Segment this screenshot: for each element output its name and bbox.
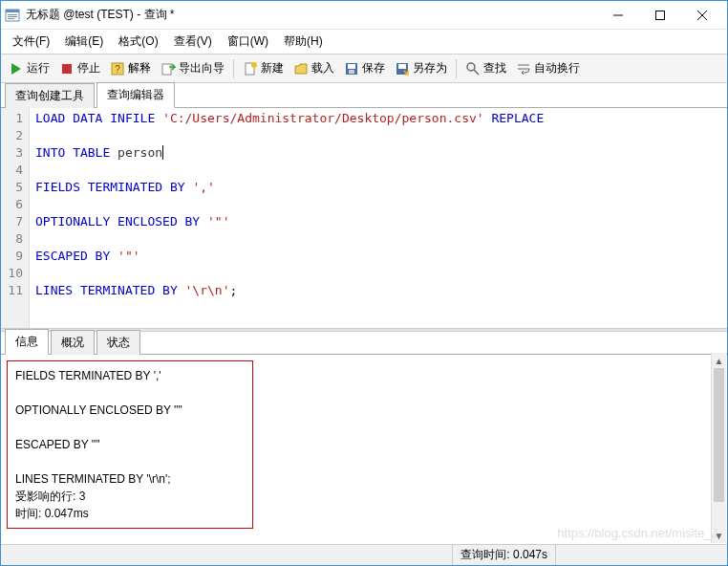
scroll-down-icon[interactable]: ▼ bbox=[712, 528, 726, 543]
wrap-label: 自动换行 bbox=[534, 60, 580, 76]
msg-time: 时间: 0.047ms bbox=[15, 505, 245, 522]
window-title: 无标题 @test (TEST) - 查询 * bbox=[26, 7, 597, 23]
svg-rect-13 bbox=[162, 64, 171, 75]
stop-button[interactable]: 停止 bbox=[55, 57, 104, 79]
lower-panel: 信息 概况 状态 FIELDS TERMINATED BY ',' OPTION… bbox=[1, 332, 727, 544]
minimize-button[interactable] bbox=[597, 2, 639, 29]
tab-query-builder[interactable]: 查询创建工具 bbox=[5, 83, 95, 108]
app-icon bbox=[5, 8, 20, 23]
run-label: 运行 bbox=[27, 60, 50, 76]
run-button[interactable]: 运行 bbox=[5, 57, 54, 79]
message-area[interactable]: FIELDS TERMINATED BY ',' OPTIONALLY ENCL… bbox=[1, 355, 727, 544]
svg-marker-9 bbox=[11, 63, 21, 75]
status-query-time: 查询时间: 0.047s bbox=[452, 545, 555, 565]
explain-label: 解释 bbox=[128, 60, 151, 76]
save-as-icon bbox=[395, 61, 410, 76]
vertical-scrollbar[interactable]: ▲ ▼ bbox=[711, 353, 726, 543]
editor-tabs: 查询创建工具 查询编辑器 bbox=[1, 83, 727, 108]
explain-icon: ? bbox=[110, 61, 125, 76]
export-label: 导出向导 bbox=[179, 60, 225, 76]
text-cursor bbox=[162, 145, 163, 160]
toolbar: 运行 停止 ?解释 导出向导 新建 载入 保存 另存为 查找 自动换行 bbox=[1, 54, 727, 83]
svg-rect-1 bbox=[6, 10, 19, 12]
svg-point-21 bbox=[467, 63, 475, 71]
stop-label: 停止 bbox=[77, 60, 100, 76]
save-as-label: 另存为 bbox=[413, 60, 447, 76]
save-button[interactable]: 保存 bbox=[340, 57, 389, 79]
tab-info[interactable]: 信息 bbox=[5, 329, 49, 355]
line-gutter: 1 2 3 4 5 6 7 8 9 10 11 bbox=[1, 108, 30, 328]
play-icon bbox=[9, 61, 24, 76]
svg-rect-3 bbox=[8, 16, 17, 17]
explain-button[interactable]: ?解释 bbox=[106, 57, 155, 79]
save-label: 保存 bbox=[362, 60, 385, 76]
new-label: 新建 bbox=[261, 60, 284, 76]
tab-query-editor[interactable]: 查询编辑器 bbox=[96, 82, 175, 108]
menu-format[interactable]: 格式(O) bbox=[111, 30, 165, 54]
tab-status[interactable]: 状态 bbox=[96, 330, 140, 355]
wrap-icon bbox=[516, 61, 531, 76]
separator bbox=[456, 59, 457, 78]
status-empty bbox=[555, 545, 727, 565]
svg-rect-17 bbox=[348, 64, 355, 69]
svg-rect-2 bbox=[8, 14, 17, 15]
svg-rect-4 bbox=[8, 18, 14, 19]
load-icon bbox=[293, 61, 309, 76]
svg-rect-18 bbox=[349, 70, 354, 74]
new-button[interactable]: 新建 bbox=[239, 57, 288, 79]
code-editor[interactable]: 1 2 3 4 5 6 7 8 9 10 11 LOAD DATA INFILE… bbox=[1, 108, 727, 328]
message-box: FIELDS TERMINATED BY ',' OPTIONALLY ENCL… bbox=[7, 360, 253, 529]
msg-line: OPTIONALLY ENCLOSED BY '"' bbox=[15, 402, 245, 419]
separator bbox=[233, 59, 234, 78]
code-area[interactable]: LOAD DATA INFILE 'C:/Users/Administrator… bbox=[30, 108, 727, 328]
output-tabs: 信息 概况 状态 bbox=[1, 332, 727, 355]
stop-icon bbox=[59, 61, 75, 76]
menu-file[interactable]: 文件(F) bbox=[5, 30, 57, 54]
msg-line: LINES TERMINATED BY '\r\n'; bbox=[15, 470, 245, 488]
svg-line-22 bbox=[474, 70, 479, 75]
msg-affected-rows: 受影响的行: 3 bbox=[15, 488, 245, 505]
find-label: 查找 bbox=[483, 60, 506, 76]
scroll-up-icon[interactable]: ▲ bbox=[712, 353, 726, 368]
msg-line: FIELDS TERMINATED BY ',' bbox=[15, 367, 245, 384]
svg-rect-20 bbox=[398, 64, 406, 69]
load-button[interactable]: 载入 bbox=[289, 57, 338, 79]
new-icon bbox=[243, 61, 258, 76]
menu-help[interactable]: 帮助(H) bbox=[276, 30, 331, 54]
maximize-button[interactable] bbox=[639, 2, 681, 29]
wrap-button[interactable]: 自动换行 bbox=[512, 57, 584, 79]
menu-view[interactable]: 查看(V) bbox=[166, 30, 220, 54]
export-wizard-button[interactable]: 导出向导 bbox=[157, 57, 228, 79]
statusbar: 查询时间: 0.047s bbox=[1, 544, 727, 565]
scroll-thumb[interactable] bbox=[714, 368, 724, 502]
svg-point-15 bbox=[251, 62, 257, 68]
load-label: 载入 bbox=[311, 60, 334, 76]
export-icon bbox=[161, 61, 176, 76]
svg-text:?: ? bbox=[115, 64, 120, 75]
find-button[interactable]: 查找 bbox=[461, 57, 510, 79]
save-icon bbox=[344, 61, 359, 76]
menu-window[interactable]: 窗口(W) bbox=[220, 30, 276, 54]
titlebar: 无标题 @test (TEST) - 查询 * bbox=[1, 1, 727, 30]
tab-profile[interactable]: 概况 bbox=[51, 330, 95, 355]
close-button[interactable] bbox=[681, 2, 723, 29]
svg-rect-6 bbox=[656, 11, 665, 19]
menu-edit[interactable]: 编辑(E) bbox=[57, 30, 111, 54]
svg-rect-10 bbox=[62, 64, 72, 74]
msg-line: ESCAPED BY '"' bbox=[15, 436, 245, 453]
search-icon bbox=[465, 61, 481, 76]
save-as-button[interactable]: 另存为 bbox=[391, 57, 451, 79]
menubar: 文件(F) 编辑(E) 格式(O) 查看(V) 窗口(W) 帮助(H) bbox=[1, 30, 727, 54]
